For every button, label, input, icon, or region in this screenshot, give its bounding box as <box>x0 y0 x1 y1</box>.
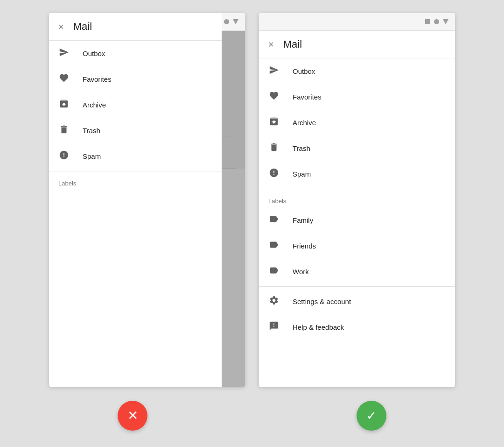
trash-label: Trash <box>293 144 310 152</box>
drawer-item-favorites[interactable]: Favorites <box>259 84 455 110</box>
drawer-item-work[interactable]: Work <box>259 259 455 284</box>
help-icon <box>268 321 280 333</box>
right-drawer-header: × Mail <box>259 31 455 58</box>
circle-icon <box>434 19 439 24</box>
outbox-icon <box>58 47 70 60</box>
spam-label: Spam <box>293 170 311 178</box>
drawer-item-favorites[interactable]: Favorites <box>49 66 222 92</box>
work-label: Work <box>293 268 309 276</box>
close-button[interactable]: × <box>268 40 274 49</box>
outbox-icon <box>268 65 280 78</box>
drawer-divider <box>259 189 455 189</box>
favorites-icon <box>58 73 70 85</box>
label-icon <box>268 265 280 278</box>
favorites-label: Favorites <box>83 75 112 83</box>
left-phone-frame: Inbox Today Brunch this weekend? Ali Con… <box>49 13 245 387</box>
circle-icon <box>224 19 229 24</box>
drawer-item-family[interactable]: Family <box>259 207 455 233</box>
archive-label: Archive <box>83 101 106 109</box>
triangle-icon <box>233 19 238 24</box>
right-drawer: × Mail Outbox Favorites <box>259 31 455 387</box>
spam-icon <box>268 168 280 180</box>
outbox-label: Outbox <box>83 50 105 57</box>
triangle-icon <box>443 19 448 24</box>
spam-label: Spam <box>83 152 101 160</box>
drawer-divider <box>49 171 222 171</box>
trash-icon <box>268 142 280 155</box>
favorites-label: Favorites <box>293 93 322 101</box>
drawer-title: Mail <box>73 21 92 33</box>
drawer-item-outbox[interactable]: Outbox <box>259 58 455 84</box>
favorites-icon <box>268 91 280 103</box>
accept-button[interactable]: ✓ <box>357 401 386 431</box>
drawer-item-trash[interactable]: Trash <box>49 118 222 143</box>
settings-icon <box>268 295 280 308</box>
accept-icon: ✓ <box>366 409 377 423</box>
spam-icon <box>58 150 70 163</box>
archive-icon <box>58 99 70 111</box>
drawer-item-outbox[interactable]: Outbox <box>49 41 222 66</box>
drawer-header: × Mail <box>49 13 222 41</box>
drawer-item-archive[interactable]: Archive <box>259 110 455 135</box>
outbox-label: Outbox <box>293 67 315 75</box>
drawer-item-spam[interactable]: Spam <box>49 143 222 169</box>
family-label: Family <box>293 216 313 224</box>
bottom-row: ✕ ✓ <box>118 401 386 431</box>
labels-section-label: Labels <box>259 191 455 207</box>
help-label: Help & feedback <box>293 323 344 331</box>
archive-label: Archive <box>293 119 316 127</box>
label-icon <box>268 240 280 252</box>
friends-label: Friends <box>293 242 316 250</box>
drawer-item-settings[interactable]: Settings & account <box>259 289 455 314</box>
drawer-item-trash[interactable]: Trash <box>259 135 455 161</box>
left-drawer: × Mail Outbox Favorites <box>49 13 222 387</box>
right-phone-frame: × Mail Outbox Favorites <box>259 13 455 387</box>
reject-icon: ✕ <box>127 409 138 422</box>
drawer-item-help[interactable]: Help & feedback <box>259 314 455 340</box>
label-icon <box>268 214 280 227</box>
drawer-item-spam[interactable]: Spam <box>259 161 455 187</box>
drawer-item-archive[interactable]: Archive <box>49 92 222 118</box>
drawer-item-friends[interactable]: Friends <box>259 233 455 259</box>
drawer-divider-2 <box>259 286 455 287</box>
trash-icon <box>58 124 70 137</box>
trash-label: Trash <box>83 127 100 135</box>
right-title-bar <box>259 13 455 31</box>
archive-icon <box>268 116 280 129</box>
reject-button[interactable]: ✕ <box>118 401 147 431</box>
settings-label: Settings & account <box>293 298 351 305</box>
drawer-title: Mail <box>283 38 302 50</box>
square-icon <box>425 19 430 24</box>
close-button[interactable]: × <box>58 22 64 31</box>
labels-section-label: Labels <box>49 173 222 190</box>
